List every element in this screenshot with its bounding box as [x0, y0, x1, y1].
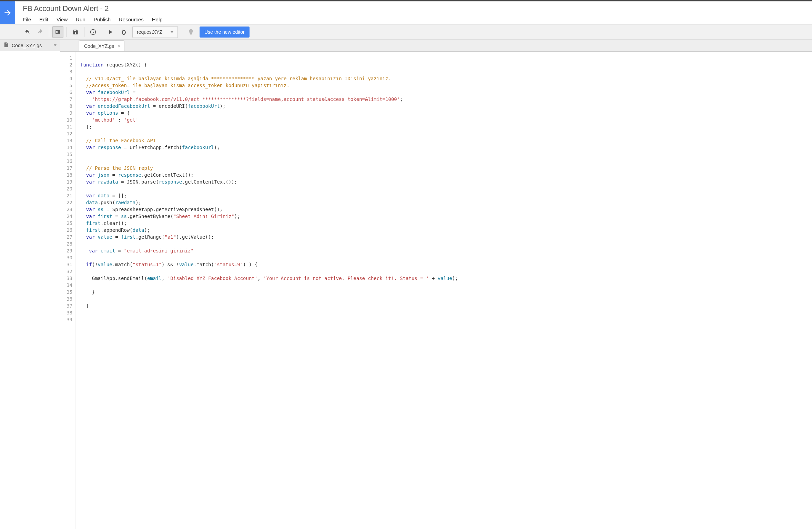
line-number: 28 [60, 240, 72, 247]
line-number: 39 [60, 316, 72, 323]
chevron-down-icon[interactable] [54, 44, 57, 46]
header: FB Account Down Alert - 2 File Edit View… [0, 1, 812, 24]
header-content: FB Account Down Alert - 2 File Edit View… [15, 1, 163, 24]
toolbar-separator [84, 27, 84, 37]
code-line[interactable]: // v11.0/act_ ile başlayan kısımda aşağı… [80, 75, 458, 82]
save-button[interactable] [70, 26, 81, 38]
code-line[interactable]: // Parse the JSON reply [80, 165, 458, 172]
line-number: 8 [60, 103, 72, 110]
code-line[interactable]: function requestXYZ() { [80, 61, 458, 68]
menu-resources[interactable]: Resources [119, 17, 144, 22]
line-number: 22 [60, 199, 72, 206]
code-line[interactable] [80, 282, 458, 289]
menu-edit[interactable]: Edit [39, 17, 48, 22]
code-line[interactable]: var rawdata = JSON.parse(response.getCon… [80, 178, 458, 185]
line-number: 35 [60, 289, 72, 295]
redo-button[interactable] [35, 26, 46, 38]
code-line[interactable] [80, 68, 458, 75]
code-line[interactable] [80, 295, 458, 302]
code-line[interactable]: var email = "email adresini giriniz" [80, 247, 458, 254]
code-line[interactable]: 'https://graph.facebook.com/v11.0/act_**… [80, 96, 458, 103]
bulb-button[interactable] [185, 26, 196, 38]
code-line[interactable] [80, 151, 458, 158]
code-line[interactable]: var data = []; [80, 192, 458, 199]
lightbulb-icon [187, 29, 194, 35]
code-line[interactable]: GmailApp.sendEmail(email, 'Disabled XYZ … [80, 275, 458, 282]
play-icon [108, 29, 113, 35]
line-number-gutter: 1234567891011121314151617181920212223242… [60, 52, 75, 529]
code-line[interactable] [80, 240, 458, 247]
code-line[interactable]: 'method' : 'get' [80, 116, 458, 123]
code-line[interactable]: var first = ss.getSheetByName("Sheet Adı… [80, 213, 458, 220]
line-number: 29 [60, 247, 72, 254]
code-line[interactable]: var response = UrlFetchApp.fetch(faceboo… [80, 144, 458, 151]
editor-tab[interactable]: Code_XYZ.gs × [79, 40, 124, 51]
line-number: 4 [60, 75, 72, 82]
code-line[interactable] [80, 309, 458, 316]
code-line[interactable]: var encodedFacebookUrl = encodeURI(faceb… [80, 103, 458, 110]
line-number: 32 [60, 268, 72, 275]
triggers-button[interactable] [88, 26, 99, 38]
code-line[interactable]: var options = { [80, 110, 458, 116]
close-icon[interactable]: × [118, 43, 121, 49]
editor-area: Code_XYZ.gs × 12345678910111213141516171… [60, 40, 812, 529]
code-line[interactable]: first.appendRow(data); [80, 227, 458, 234]
code-line[interactable]: } [80, 289, 458, 295]
code-line[interactable]: //access_token= ile başlayan kısma acces… [80, 82, 458, 89]
code-line[interactable] [80, 254, 458, 261]
run-button[interactable] [105, 26, 116, 38]
code-line[interactable]: var facebookUrl = [80, 89, 458, 96]
code-line[interactable]: data.push(rawdata); [80, 199, 458, 206]
menu-run[interactable]: Run [76, 17, 85, 22]
code-line[interactable] [80, 316, 458, 323]
debug-button[interactable] [118, 26, 129, 38]
sidebar-file-item[interactable]: Code_XYZ.gs [0, 40, 60, 51]
use-new-editor-button[interactable]: Use the new editor [200, 27, 250, 38]
line-number: 6 [60, 89, 72, 96]
line-number: 14 [60, 144, 72, 151]
sidebar: Code_XYZ.gs [0, 40, 60, 529]
indent-button[interactable] [52, 26, 63, 38]
code-line[interactable] [80, 130, 458, 137]
code-line[interactable]: // Call the Facebook API [80, 137, 458, 144]
code-line[interactable]: var value = first.getRange("a1").getValu… [80, 234, 458, 240]
line-number: 26 [60, 227, 72, 234]
save-icon [72, 29, 79, 35]
code-line[interactable] [80, 158, 458, 165]
menu-view[interactable]: View [57, 17, 68, 22]
code-body[interactable]: function requestXYZ() { // v11.0/act_ il… [75, 52, 458, 529]
function-select[interactable]: requestXYZ [132, 26, 178, 38]
toolbar-separator [102, 27, 102, 37]
code-line[interactable]: if(!value.match("status=1") && !value.ma… [80, 261, 458, 268]
menu-publish[interactable]: Publish [94, 17, 111, 22]
line-number: 34 [60, 282, 72, 289]
code-line[interactable] [80, 54, 458, 61]
code-line[interactable]: } [80, 302, 458, 309]
toolbar-separator [49, 27, 49, 37]
code-line[interactable] [80, 185, 458, 192]
bug-icon [121, 29, 127, 35]
code-line[interactable] [80, 268, 458, 275]
code-line[interactable]: var ss = SpreadsheetApp.getActiveSpreads… [80, 206, 458, 213]
line-number: 25 [60, 220, 72, 227]
code-line[interactable]: }; [80, 123, 458, 130]
project-title[interactable]: FB Account Down Alert - 2 [23, 4, 163, 13]
code-line[interactable]: first.clear(); [80, 220, 458, 227]
line-number: 36 [60, 295, 72, 302]
code-line[interactable]: var json = response.getContentText(); [80, 172, 458, 178]
undo-button[interactable] [22, 26, 33, 38]
line-number: 20 [60, 185, 72, 192]
line-number: 10 [60, 116, 72, 123]
line-number: 12 [60, 130, 72, 137]
line-number: 37 [60, 302, 72, 309]
line-number: 2 [60, 61, 72, 68]
menu-help[interactable]: Help [152, 17, 163, 22]
tab-label: Code_XYZ.gs [84, 43, 114, 49]
menubar: File Edit View Run Publish Resources Hel… [23, 17, 163, 24]
code-container[interactable]: 1234567891011121314151617181920212223242… [60, 51, 812, 529]
toolbar-separator [182, 27, 182, 37]
menu-file[interactable]: File [23, 17, 31, 22]
line-number: 31 [60, 261, 72, 268]
back-arrow-button[interactable] [0, 1, 15, 24]
sidebar-file-label: Code_XYZ.gs [12, 43, 51, 48]
